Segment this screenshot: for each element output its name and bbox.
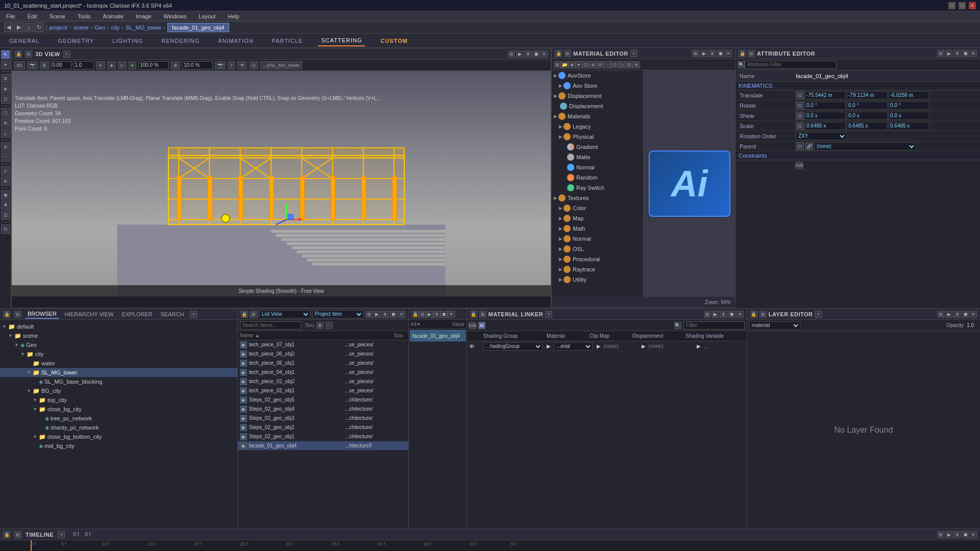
list-filter-dropdown[interactable]: Project Item [312,310,363,318]
mat-tool4[interactable]: ✦ [575,61,582,68]
source-pause[interactable]: ⏸ [433,311,440,318]
attr-constraints-section[interactable]: Constraints [736,152,980,160]
module-animation[interactable]: ANIMATION [215,36,256,46]
list-item-7[interactable]: ◈ Steps_02_geo_obj4 ...chitecture/ [238,405,408,414]
tree-scene[interactable]: ▼ 📁 scene [0,331,237,340]
attr-kinematics-section[interactable]: KINEMATICS [736,82,980,90]
timeline-add-btn[interactable]: + [58,531,65,538]
mat-tool2[interactable]: 📂 [561,61,568,68]
tree-top-city[interactable]: ▼ 📁 top_city [0,395,237,405]
list-item-11[interactable]: ◈ facade_01_geo_obj4 ...hitecture/f [238,441,408,450]
vp-cam-icon[interactable]: 📷 [215,61,226,69]
mat-ctrl2[interactable]: ▶ [700,50,707,57]
menu-edit[interactable]: Edit [26,12,39,20]
linker-eye-0[interactable]: 👁 [469,343,479,349]
linker-edit-btn[interactable]: Edit [469,322,476,329]
tree-mid-bg[interactable]: ◈ mid_bg_city [0,441,237,450]
tool-1[interactable]: ⊞ [1,74,10,83]
tree-sl-mg-tower[interactable]: ▼ 📁 SL_MG_tower [0,368,237,377]
browser-tab-explorer[interactable]: EXPLORER [120,310,155,318]
mat-tree-aovstore[interactable]: ▶ AovStore [552,70,643,81]
timeline-ctrl5[interactable]: ✕ [970,531,977,538]
mat-tool12[interactable]: ⊛ [633,61,640,68]
mat-tree-color[interactable]: ▶ Color [552,203,643,213]
vp-zoom2-input[interactable] [182,61,213,69]
timeline-ctrl3[interactable]: ⏸ [953,531,961,538]
module-rendering[interactable]: RENDERING [158,36,203,46]
mat-tool10[interactable]: ▷ [619,61,626,68]
menu-layout[interactable]: Layout [197,12,217,20]
breadcrumb-scene[interactable]: scene [74,24,88,31]
attr-scale-x[interactable] [805,122,846,130]
vp-path-btn[interactable]: ...y/SL_MG_tower [260,61,302,69]
menu-scene[interactable]: Scene [47,12,67,20]
list-icon[interactable]: ⊞ [250,311,257,318]
mat-tool1[interactable]: ⊞ [554,61,561,68]
attr-ctrl3[interactable]: ⏸ [953,50,961,57]
mat-tool8[interactable]: ⋯ [604,61,611,68]
mat-tree-utility[interactable]: ▶ Utility [552,274,643,285]
browser-tab-browser[interactable]: BROWSER [26,310,59,319]
tool-7[interactable]: ⊘ [1,142,10,152]
list-item-1[interactable]: ◈ tech_piece_06_obj2 ...se_pieces/ [238,349,408,359]
module-general[interactable]: GENERAL [6,36,43,46]
tree-tree-pc[interactable]: ◈ tree_pc_network [0,414,237,423]
mat-canvas-area[interactable]: Ai [644,70,735,297]
tree-sl-mg-base[interactable]: ◈ SL_MG_base_blocking [0,377,237,386]
browser-tab-search[interactable]: SEARCH [159,310,186,318]
list-ctrl1[interactable]: ⊞ [365,311,373,318]
breadcrumb-current[interactable]: facade_01_geo_obj4 [167,23,229,32]
attr-icon[interactable]: ⊞ [748,50,755,57]
menu-tools[interactable]: Tools [76,12,93,20]
browser-lock[interactable]: 🔒 [3,311,10,318]
tool-4[interactable]: ⬡ [1,108,10,117]
layer-add-btn[interactable]: + [815,311,822,318]
mat-tool9[interactable]: ⊙ [611,61,619,68]
mat-tool5[interactable]: ⊡ [582,61,590,68]
tool-10[interactable]: ⊛ [1,177,10,186]
source-stop[interactable]: ⏹ [440,311,448,318]
menu-file[interactable]: File [4,12,17,20]
menu-animate[interactable]: Animate [101,12,126,20]
refresh-btn[interactable]: ↻ [34,22,44,32]
list-view-dropdown[interactable]: List View [259,310,310,318]
vp-green-btn[interactable]: ● [129,61,136,69]
timeline-track[interactable]: 0 f 5 f 10 f 15 f 20 f 25 f 30 f 35 f 40… [0,540,980,551]
module-custom[interactable]: CUSTOM [377,36,410,46]
tool-3[interactable]: ⊡ [1,94,10,104]
linker-mat-icon[interactable]: M [478,322,485,329]
linker-search-input[interactable] [683,321,745,330]
vp-zoom-input[interactable] [138,61,169,69]
tree-close-bg-bottom[interactable]: ▼ 📁 close_bg_bottom_city [0,432,237,441]
mat-tool3[interactable]: ◈ [568,61,575,68]
source-icon[interactable]: ⊞ [419,311,426,318]
list-ctrl4[interactable]: ⏹ [390,311,397,318]
window-controls[interactable]: ─ □ ✕ [948,2,976,9]
attr-rot-order-dropdown[interactable]: ZXYXYZYZX [796,132,847,140]
mat-tool6[interactable]: ⊕ [590,61,597,68]
linker-mat-dropdown-0[interactable]: ...erial [554,342,593,350]
mat-tree-normal2[interactable]: ▶ Normal [552,234,643,244]
tool-move[interactable]: ✦ [1,60,10,69]
list-tool1[interactable]: ⊞ [316,322,324,329]
linker-icon[interactable]: ⊞ [479,311,486,318]
tree-city[interactable]: ▼ 📁 city [0,349,237,359]
timeline-ctrl2[interactable]: ▶ [945,531,952,538]
attr-shear-z[interactable] [889,112,929,120]
home-btn[interactable]: ⌂ [24,23,33,32]
minimize-btn[interactable]: ─ [948,2,955,9]
attr-translate-x[interactable] [805,91,846,99]
attr-ctrl1[interactable]: ⊞ [937,50,944,57]
module-lighting[interactable]: LIGHTING [109,36,146,46]
mat-tree-materials[interactable]: ▶ Materials [552,111,643,121]
layer-ctrl1[interactable]: ⊞ [937,311,944,318]
tree-shanty-pc[interactable]: ◈ shanty_pc_network [0,423,237,432]
list-item-0[interactable]: ◈ tech_piece_07_obj1 ...se_pieces/ [238,340,408,349]
vp-render-btn[interactable]: ▷ [118,61,127,69]
linker-ctrl4[interactable]: ⏹ [728,311,736,318]
attr-ctrl2[interactable]: ▶ [945,50,952,57]
back-btn[interactable]: ◀ [4,22,13,32]
viewport-icon[interactable]: ⊞ [25,51,32,58]
mat-add-btn[interactable]: + [630,50,638,57]
linker-ctrl2[interactable]: ▶ [712,311,719,318]
